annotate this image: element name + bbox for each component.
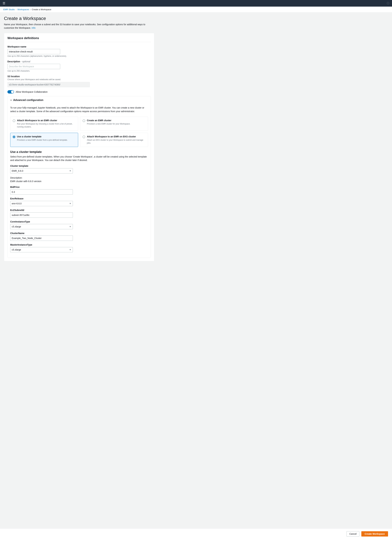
description-label: Description - optional: [7, 60, 151, 63]
breadcrumb-sep-2: ›: [30, 8, 31, 11]
bid-price-label: BidPrice: [10, 186, 148, 188]
ec2-subnet-label: Ec2SubnetId: [10, 209, 148, 212]
ec2-subnet-input[interactable]: [10, 212, 73, 218]
advanced-config-body: To run your fully-managed Jupyter Notebo…: [8, 104, 151, 258]
cluster-option-create-emr[interactable]: Create an EMR cluster Provision a new EM…: [80, 117, 148, 131]
description-input[interactable]: [7, 64, 60, 69]
cluster-name-input[interactable]: [10, 236, 73, 241]
breadcrumb-current: Create a Workspace: [32, 8, 51, 11]
core-instance-type-field: CoreInstanceType c5.xlarge m5.xlarge r5.…: [10, 220, 148, 229]
hamburger-icon[interactable]: ☰: [3, 1, 5, 5]
page-title: Create a Workspace: [4, 16, 154, 21]
workspace-name-group: Workspace name Use up to 256 characters …: [7, 45, 151, 57]
core-instance-type-select-wrapper: c5.xlarge m5.xlarge r5.xlarge ▼: [10, 224, 73, 229]
cluster-template-field: Cluster template EMR_6.6.0 EMR_6.5.0 EMR…: [10, 165, 148, 173]
template-description-field: Description: EMR cluster with 6.6.0 vers…: [10, 176, 148, 183]
workspace-name-hint: Use up to 256 characters (alphanumeric, …: [7, 55, 151, 57]
bid-price-field: BidPrice: [10, 186, 148, 195]
cluster-template-select-wrapper: EMR_6.6.0 EMR_6.5.0 EMR_6.4.0 ▼: [10, 168, 73, 173]
info-link[interactable]: Info: [32, 27, 35, 29]
attach-emr-desc: Run your Workspace by choosing a cluster…: [17, 122, 76, 128]
description-group: Description - optional Use up to 256 cha…: [7, 60, 151, 72]
master-instance-type-select[interactable]: c5.xlarge m5.xlarge r5.xlarge: [10, 247, 73, 252]
create-workspace-button[interactable]: Create Workspace: [361, 531, 388, 537]
s3-location-input[interactable]: [7, 82, 90, 87]
breadcrumb-workspaces[interactable]: Workspaces: [17, 8, 29, 11]
core-instance-type-select[interactable]: c5.xlarge m5.xlarge r5.xlarge: [10, 224, 73, 229]
radio-attach-eks: [83, 135, 85, 138]
collapse-icon: ▼: [10, 99, 12, 101]
advanced-config-desc: To run your fully-managed Jupyter Notebo…: [10, 106, 148, 113]
master-instance-type-label: MasterInstanceType: [10, 243, 148, 246]
radio-create-emr: [83, 119, 85, 122]
description-hint: Use up to 256 characters.: [7, 70, 151, 72]
emr-release-label: EmrRelease: [10, 197, 148, 200]
core-instance-type-label: CoreInstanceType: [10, 220, 148, 223]
cluster-options-grid: Attach Workspace to an EMR cluster Run y…: [10, 117, 148, 147]
advanced-config-title: Advanced configuration: [13, 99, 43, 102]
bid-price-input[interactable]: [10, 189, 73, 195]
workspace-definitions-box: Workspace definitions Workspace name Use…: [4, 33, 154, 261]
workspace-name-input[interactable]: [7, 49, 60, 54]
footer-bar: Cancel Create Workspace: [0, 529, 392, 539]
workspace-name-label: Workspace name: [7, 45, 151, 48]
collaboration-label: Allow Workspace Collaboration: [16, 91, 48, 93]
cancel-button[interactable]: Cancel: [346, 531, 359, 537]
collaboration-row: Allow Workspace Collaboration: [7, 90, 151, 93]
cluster-option-use-template[interactable]: Use a cluster template Provision a new E…: [10, 133, 78, 147]
info-icon-topbar[interactable]: ⓘ: [387, 2, 389, 5]
template-section: Use a cluster template Select from pre-d…: [10, 150, 148, 252]
workspace-definitions-title: Workspace definitions: [7, 36, 151, 42]
s3-location-hint: Choose where your Workspace and notebook…: [7, 78, 151, 81]
s3-location-group: S3 location Choose where your Workspace …: [7, 75, 151, 87]
cluster-template-select[interactable]: EMR_6.6.0 EMR_6.5.0 EMR_6.4.0: [10, 168, 73, 173]
page-content: Create a Workspace Name your Workspace, …: [0, 13, 158, 280]
cluster-option-attach-eks[interactable]: Attach Workspace to an EMR on EKS cluste…: [80, 133, 148, 147]
use-template-desc: Provision a new EMR cluster from a pre-d…: [17, 139, 67, 141]
cluster-template-label: Cluster template: [10, 165, 148, 167]
attach-eks-title: Attach Workspace to an EMR on EKS cluste…: [87, 135, 146, 138]
breadcrumb: EMR Studio › Workspaces › Create a Works…: [0, 7, 392, 13]
s3-location-label: S3 location: [7, 75, 151, 78]
breadcrumb-sep-1: ›: [16, 8, 16, 11]
radio-inner-use-template: [13, 136, 15, 138]
create-emr-desc: Provision a new EMR cluster for your Wor…: [87, 122, 130, 125]
master-instance-type-field: MasterInstanceType c5.xlarge m5.xlarge r…: [10, 243, 148, 252]
emr-release-select[interactable]: emr-6.6.0 emr-6.5.0 emr-6.4.0: [10, 201, 73, 206]
attach-emr-title: Attach Workspace to an EMR cluster: [17, 119, 76, 122]
advanced-config-header[interactable]: ▼ Advanced configuration: [8, 96, 151, 104]
template-description-text: Description: EMR cluster with 6.6.0 vers…: [10, 176, 148, 183]
collaboration-toggle[interactable]: [7, 90, 14, 93]
emr-release-select-wrapper: emr-6.6.0 emr-6.5.0 emr-6.4.0 ▼: [10, 201, 73, 206]
breadcrumb-emr-studio[interactable]: EMR Studio: [3, 8, 15, 11]
attach-eks-desc: Attach an EKS cluster to your Workspace …: [87, 139, 146, 144]
cluster-name-field: ClusterName: [10, 232, 148, 241]
create-emr-title: Create an EMR cluster: [87, 119, 130, 122]
ec2-subnet-field: Ec2SubnetId: [10, 209, 148, 218]
cluster-name-label: ClusterName: [10, 232, 148, 235]
toggle-knob: [11, 91, 14, 93]
radio-use-template: [13, 135, 15, 138]
master-instance-type-select-wrapper: c5.xlarge m5.xlarge r5.xlarge ▼: [10, 247, 73, 252]
top-bar: ☰ ⓘ: [0, 0, 392, 7]
cluster-option-attach-emr[interactable]: Attach Workspace to an EMR cluster Run y…: [10, 117, 78, 131]
template-section-title: Use a cluster template: [10, 150, 148, 154]
page-subtitle: Name your Workspace, then choose a subne…: [4, 23, 154, 30]
use-template-title: Use a cluster template: [17, 135, 67, 138]
radio-attach-emr: [13, 119, 15, 122]
advanced-config-section: ▼ Advanced configuration To run your ful…: [7, 96, 151, 258]
template-section-desc: Select from pre-defined cluster template…: [10, 155, 148, 162]
emr-release-field: EmrRelease emr-6.6.0 emr-6.5.0 emr-6.4.0…: [10, 197, 148, 206]
